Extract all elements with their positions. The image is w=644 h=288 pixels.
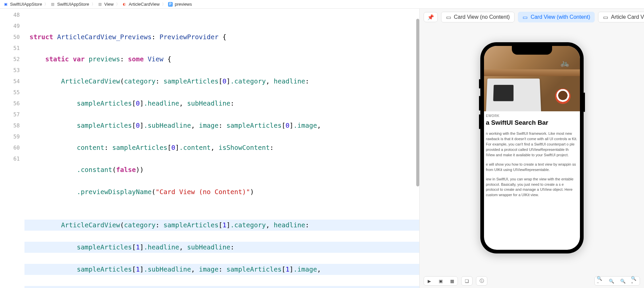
main-split: 48 49 50 51 52 53 54 55 56 57 58 59 60 bbox=[0, 9, 644, 288]
article-title: a SwiftUI Search Bar bbox=[486, 119, 578, 126]
article-paragraph: e will show you how to create a text vie… bbox=[486, 162, 578, 173]
folder-icon: ▥ bbox=[98, 2, 102, 7]
breadcrumb: ▣ SwiftUIAppStore 〉 ▥ SwiftUIAppStore 〉 … bbox=[0, 0, 644, 9]
zoom-out-icon[interactable]: 🔍⁻ bbox=[597, 278, 603, 284]
info-icon: ⓘ bbox=[478, 278, 485, 284]
card-icon: ▭ bbox=[523, 14, 528, 20]
article-card-body: EWORK a SwiftUI Search Bar n working wit… bbox=[484, 111, 580, 198]
device-settings-button[interactable]: ❏ bbox=[461, 276, 473, 286]
zoom-group: 🔍⁻ 🔍 🔍 🔍⁺ bbox=[594, 276, 640, 286]
chevron-right-icon: 〉 bbox=[92, 2, 95, 7]
device-mock-iphone: 🚲 EWORK a SwiftUI Search Bar n working w… bbox=[480, 42, 584, 253]
variants-icon[interactable]: ▦ bbox=[449, 278, 455, 284]
preview-tab-label: Card View (no Content) bbox=[454, 14, 510, 20]
preview-tab-label: Article Card Vie bbox=[611, 14, 644, 20]
preview-mode-group: ▶ ▣ ▦ bbox=[424, 276, 458, 286]
zoom-reset-icon[interactable]: 🔍 bbox=[608, 278, 615, 284]
article-category: EWORK bbox=[486, 114, 578, 118]
property-icon: P bbox=[168, 2, 173, 7]
breadcrumb-item-project[interactable]: ▣ SwiftUIAppStore bbox=[3, 2, 42, 7]
preview-tab-article-card[interactable]: ▭ Article Card Vie bbox=[598, 12, 644, 22]
zoom-in-icon[interactable]: 🔍⁺ bbox=[631, 278, 638, 284]
editor-pane[interactable]: 48 49 50 51 52 53 54 55 56 57 58 59 60 bbox=[0, 9, 419, 288]
device-side-button bbox=[479, 79, 480, 89]
breadcrumb-item-folder-2[interactable]: ▥ View bbox=[98, 2, 114, 7]
preview-pane: 📌 ▭ Card View (no Content) ▭ Card View (… bbox=[419, 9, 644, 288]
article-hero-image: 🚲 bbox=[484, 46, 580, 111]
device-screen: 🚲 EWORK a SwiftUI Search Bar n working w… bbox=[484, 46, 580, 250]
zoom-fit-icon[interactable]: 🔍 bbox=[620, 278, 626, 284]
preview-bottom-toolbar: ▶ ▣ ▦ ❏ ⓘ 🔍⁻ 🔍 🔍 🔍⁺ bbox=[420, 274, 644, 288]
preview-settings-button[interactable]: ⓘ bbox=[476, 276, 487, 286]
preview-tab-with-content[interactable]: ▭ Card View (with Content) bbox=[518, 12, 595, 22]
breadcrumb-item-symbol[interactable]: P previews bbox=[168, 2, 192, 7]
preview-tab-bar: 📌 ▭ Card View (no Content) ▭ Card View (… bbox=[420, 9, 644, 25]
editor-scrollbar[interactable] bbox=[416, 19, 419, 186]
preview-tab-no-content[interactable]: ▭ Card View (no Content) bbox=[441, 12, 515, 22]
swift-icon: ◐ bbox=[122, 2, 127, 7]
device-side-button bbox=[479, 114, 480, 129]
pin-icon: 📌 bbox=[428, 14, 433, 20]
preview-canvas[interactable]: 🚲 EWORK a SwiftUI Search Bar n working w… bbox=[420, 25, 644, 274]
card-icon: ▭ bbox=[603, 14, 608, 20]
play-icon[interactable]: ▶ bbox=[426, 278, 433, 284]
preview-tab-label: Card View (with Content) bbox=[531, 14, 590, 20]
chevron-right-icon: 〉 bbox=[44, 2, 48, 7]
breadcrumb-label: View bbox=[104, 2, 114, 7]
device-toggle-icon: ❏ bbox=[464, 278, 470, 284]
chevron-right-icon: 〉 bbox=[162, 2, 166, 7]
device-side-button bbox=[479, 96, 480, 111]
breadcrumb-label: ArticleCardView bbox=[129, 2, 160, 7]
bike-icon: 🚲 bbox=[560, 59, 569, 67]
breadcrumb-label: previews bbox=[175, 2, 192, 7]
selectable-icon[interactable]: ▣ bbox=[437, 278, 444, 284]
article-paragraph: iew in SwiftUI, you can wrap the view wi… bbox=[486, 177, 578, 198]
breadcrumb-label: SwiftUIAppStore bbox=[10, 2, 42, 7]
device-notch bbox=[512, 46, 552, 55]
pin-preview-button[interactable]: 📌 bbox=[424, 12, 438, 22]
chevron-right-icon: 〉 bbox=[116, 2, 120, 7]
app-icon: ▣ bbox=[3, 2, 8, 7]
breadcrumb-item-file[interactable]: ◐ ArticleCardView bbox=[122, 2, 160, 7]
folder-icon: ▥ bbox=[50, 2, 55, 7]
breadcrumb-item-folder-1[interactable]: ▥ SwiftUIAppStore bbox=[50, 2, 89, 7]
line-gutter: 48 49 50 51 52 53 54 55 56 57 58 59 60 bbox=[0, 9, 24, 288]
article-paragraph: n working with the SwiftUI framework. Li… bbox=[486, 131, 578, 158]
breadcrumb-label: SwiftUIAppStore bbox=[57, 2, 89, 7]
device-side-button bbox=[584, 93, 585, 112]
code-editor[interactable]: struct ArticleCardView_Previews: Preview… bbox=[24, 9, 419, 288]
card-icon: ▭ bbox=[446, 14, 451, 20]
